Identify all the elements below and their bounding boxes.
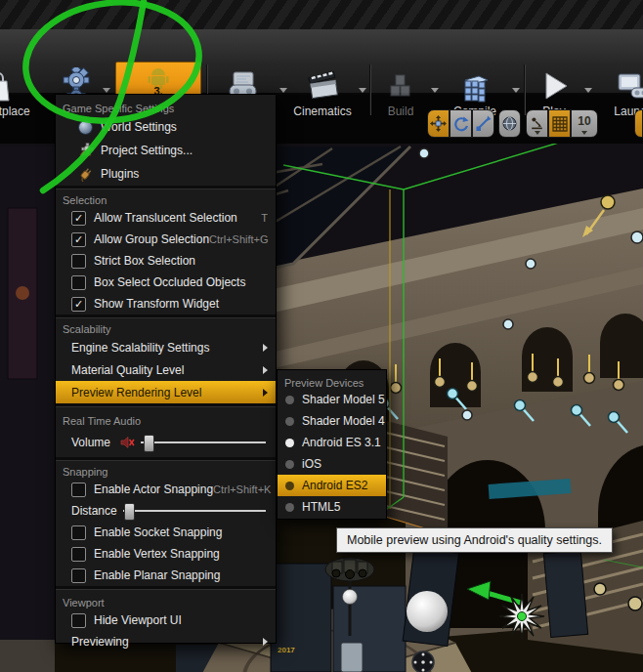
tooltip-text: Mobile preview using Android's quality s… [347,533,602,547]
grid-snap-icon[interactable] [548,109,571,138]
launch-button[interactable]: Launch [594,63,643,118]
checkbox-icon[interactable] [71,254,86,269]
build-icon [383,67,418,105]
floor-year-label: 2017 [278,646,295,654]
play-dropdown-caret[interactable] [584,88,592,93]
menu-section-header: Scalability [56,318,276,336]
menu-item-enable-socket-snapping[interactable]: Enable Socket Snapping [56,522,276,543]
settings-dropdown-caret[interactable] [103,88,110,93]
radio-icon-selected [285,439,294,447]
checkbox-icon[interactable] [71,211,86,226]
menu-section-header: Game Specific Settings [56,98,276,115]
menu-item-show-transform-widget[interactable]: Show Transform Widget [56,293,276,315]
main-toolbar: Marketplace [0,29,643,95]
window-top-strip [0,0,643,32]
unreal-editor-window: 2017 [0,0,643,672]
compile-dropdown-caret[interactable] [512,88,520,93]
cinematics-icon [305,67,340,105]
move-tool-icon[interactable] [427,109,450,138]
hotkey-label: Ctrl+Shift+G [209,233,269,245]
hotkey-label: T [261,212,268,224]
plugin-icon [77,166,94,183]
radio-icon [285,503,294,512]
volume-muted-icon[interactable] [120,436,135,449]
globe-icon[interactable] [498,109,521,138]
checkbox-icon[interactable] [71,232,86,247]
cinematics-dropdown-caret[interactable] [359,88,366,93]
distance-slider-knob[interactable] [124,503,135,521]
submenu-header: Preview Devices [278,370,386,389]
checkbox-icon[interactable] [71,275,86,290]
build-dropdown-caret[interactable] [431,88,439,93]
marketplace-icon [0,67,13,105]
menu-item-enable-planar-snapping[interactable]: Enable Planar Snapping [56,565,276,586]
menu-item-enable-actor-snapping[interactable]: Enable Actor Snapping Ctrl+Shift+K [56,479,276,500]
blueprints-dropdown-caret[interactable] [279,88,287,93]
radio-icon [285,417,294,426]
checkbox-icon[interactable] [71,525,86,540]
menu-item-strict-box-selection[interactable]: Strict Box Selection [56,250,276,272]
submenu-arrow-icon [263,389,268,397]
menu-item-plugins[interactable]: Plugins [56,162,276,186]
surface-snap-icon[interactable] [526,109,548,138]
radio-icon [285,482,294,490]
cinematics-button[interactable]: Cinematics [289,63,356,118]
menu-item-enable-vertex-snapping[interactable]: Enable Vertex Snapping [56,543,276,565]
submenu-arrow-icon [263,344,268,352]
submenu-item-shader-model-4[interactable]: Shader Model 4 [278,410,386,432]
menu-section-header: Real Time Audio [56,407,276,428]
menu-item-world-settings[interactable]: World Settings [56,115,276,139]
submenu-arrow-icon [263,366,268,374]
compile-icon [457,67,493,105]
hotkey-label: Ctrl+Shift+K [213,483,271,495]
volume-slider-knob[interactable] [144,435,154,452]
toolbar-separator [369,64,370,115]
menu-item-volume[interactable]: Volume [56,428,276,457]
radio-icon [285,396,294,404]
build-button[interactable]: Build [373,63,428,118]
menu-section-header: Selection [56,189,276,207]
menu-item-engine-scalability[interactable]: Engine Scalability Settings [56,336,276,358]
checkbox-icon[interactable] [71,568,86,583]
submenu-arrow-icon [263,638,268,646]
angle-snap-icon[interactable] [634,109,643,138]
play-icon [537,67,571,105]
menu-item-hide-viewport-ui[interactable]: Hide Viewport UI [56,609,276,631]
project-settings-icon [77,143,94,159]
menu-item-project-settings[interactable]: Project Settings... [56,139,276,162]
preview-devices-submenu: Preview Devices Shader Model 5 Shader Mo… [277,369,387,520]
checkbox-icon[interactable] [71,297,86,312]
scale-tool-icon[interactable] [472,109,494,138]
menu-item-material-quality[interactable]: Material Quality Level [56,358,276,381]
menu-item-box-select-occluded[interactable]: Box Select Occluded Objects [56,272,276,293]
settings-menu: Game Specific Settings World Settings [55,94,277,644]
menu-item-previewing[interactable]: Previewing [56,631,276,652]
submenu-item-ios[interactable]: iOS [278,453,386,475]
menu-item-snap-distance[interactable]: Distance [56,500,276,522]
menu-section-header: Snapping [56,461,276,479]
tooltip: Mobile preview using Android's quality s… [336,527,613,553]
marketplace-button[interactable]: Marketplace [0,63,37,118]
toolbar-separator [524,64,525,115]
grid-size-dropdown[interactable]: 10 [571,109,598,138]
submenu-item-html5[interactable]: HTML5 [278,496,386,518]
grid-size-caret[interactable] [581,131,587,135]
volume-slider[interactable] [141,441,266,443]
menu-item-allow-translucent-selection[interactable]: Allow Translucent Selection T [56,207,276,229]
checkbox-icon[interactable] [71,547,86,562]
menu-item-allow-group-selection[interactable]: Allow Group Selection Ctrl+Shift+G [56,229,276,250]
checkbox-icon[interactable] [71,613,86,628]
submenu-item-android-es-3-1[interactable]: Android ES 3.1 [278,432,386,453]
surface-snap-caret[interactable] [535,131,540,135]
distance-slider[interactable] [123,510,266,512]
radio-icon [285,460,294,469]
rotate-tool-icon[interactable] [450,109,472,138]
launch-icon [616,67,643,105]
checkbox-icon[interactable] [71,483,86,497]
menu-section-header: Viewport [56,590,276,609]
submenu-item-android-es2[interactable]: Android ES2 [278,475,386,496]
menu-item-preview-rendering-level[interactable]: Preview Rendering Level [56,381,276,403]
world-icon [77,119,94,136]
submenu-item-shader-model-5[interactable]: Shader Model 5 [278,389,386,410]
